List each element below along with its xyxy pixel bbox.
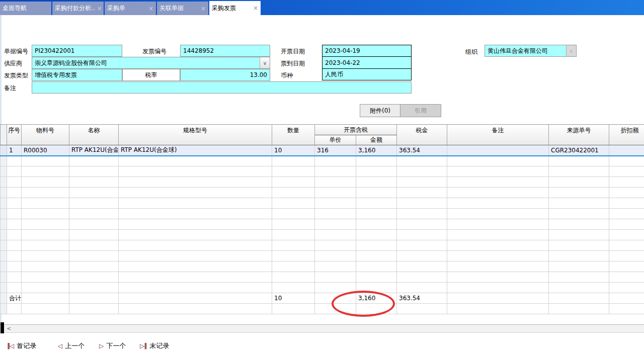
grid-cell[interactable] xyxy=(315,177,356,188)
grid-cell[interactable] xyxy=(22,240,69,251)
grid-cell[interactable] xyxy=(119,166,272,177)
close-icon[interactable]: × xyxy=(199,5,206,12)
grid-cell[interactable] xyxy=(272,166,315,177)
grid-cell[interactable] xyxy=(119,251,272,261)
grid-empty-row[interactable] xyxy=(1,188,644,198)
grid-cell[interactable] xyxy=(447,261,549,272)
col-header-tax[interactable]: 税金 xyxy=(397,125,447,145)
first-record-button[interactable]: ‖◁ 首记录 xyxy=(7,341,36,350)
grid-cell[interactable] xyxy=(315,251,356,261)
horizontal-scrollbar[interactable]: < xyxy=(0,324,644,333)
grid-cell[interactable] xyxy=(272,251,315,261)
grid-cell[interactable] xyxy=(397,166,447,177)
grid-cell[interactable] xyxy=(69,177,119,188)
grid-cell[interactable] xyxy=(609,304,644,314)
grid-cell[interactable] xyxy=(69,240,119,251)
grid-cell[interactable] xyxy=(22,198,69,209)
grid-cell[interactable]: 10 xyxy=(272,145,315,156)
remark-input[interactable] xyxy=(32,81,412,94)
grid-cell[interactable] xyxy=(397,230,447,240)
previous-record-button[interactable]: ◁ 上一个 xyxy=(58,341,85,350)
last-record-button[interactable]: ▷‖ 末记录 xyxy=(140,341,169,350)
grid-cell[interactable]: 1 xyxy=(7,145,22,156)
grid-cell[interactable] xyxy=(69,272,119,283)
grid-cell[interactable] xyxy=(272,156,315,166)
grid-cell[interactable] xyxy=(22,283,69,293)
reference-button[interactable]: 引用 xyxy=(400,104,441,117)
row-selector[interactable] xyxy=(1,145,7,156)
grid-empty-row[interactable] xyxy=(1,251,644,261)
grid-empty-row[interactable] xyxy=(1,166,644,177)
col-header-qty[interactable]: 数量 xyxy=(272,125,315,145)
grid-cell[interactable] xyxy=(7,251,22,261)
grid-cell[interactable] xyxy=(397,156,447,166)
grid-cell[interactable] xyxy=(22,261,69,272)
grid-cell[interactable] xyxy=(22,156,69,166)
grid-cell[interactable] xyxy=(272,240,315,251)
grid-cell[interactable] xyxy=(69,219,119,230)
grid-cell[interactable]: 363.54 xyxy=(397,145,447,156)
col-header-unit-price[interactable]: 单价 xyxy=(315,135,356,145)
grid-cell[interactable] xyxy=(356,209,397,219)
grid-cell[interactable] xyxy=(272,230,315,240)
col-header-discount[interactable]: 折扣额 xyxy=(609,125,644,145)
grid-cell[interactable] xyxy=(549,272,609,283)
grid-cell[interactable]: RTP AK12U(合金球) xyxy=(119,145,272,156)
grid-cell[interactable] xyxy=(447,209,549,219)
grid-cell[interactable]: 3,160 xyxy=(356,145,397,156)
grid-cell[interactable] xyxy=(272,209,315,219)
grid-cell[interactable] xyxy=(7,283,22,293)
grid-cell[interactable] xyxy=(447,272,549,283)
grid-cell[interactable] xyxy=(119,198,272,209)
grid-cell[interactable] xyxy=(397,198,447,209)
grid-cell[interactable] xyxy=(119,304,272,314)
tab-purchase-order[interactable]: 采购单 × xyxy=(105,2,156,15)
grid-cell[interactable] xyxy=(315,156,356,166)
grid-cell[interactable] xyxy=(397,283,447,293)
grid-cell[interactable] xyxy=(549,209,609,219)
invoice-type-input[interactable] xyxy=(32,69,122,81)
invoice-date-input[interactable] xyxy=(322,45,412,57)
grid-cell[interactable] xyxy=(22,209,69,219)
grid-cell[interactable] xyxy=(69,230,119,240)
grid-cell[interactable] xyxy=(609,261,644,272)
invoice-no-input[interactable] xyxy=(180,45,270,57)
col-header-remark[interactable]: 备注 xyxy=(447,125,549,145)
grid-cell[interactable] xyxy=(272,304,315,314)
grid-empty-row[interactable] xyxy=(1,209,644,219)
grid-cell[interactable] xyxy=(549,261,609,272)
grid-cell[interactable] xyxy=(356,198,397,209)
grid-cell[interactable] xyxy=(315,209,356,219)
grid-cell[interactable] xyxy=(609,198,644,209)
grid-cell[interactable] xyxy=(315,272,356,283)
tax-rate-input[interactable] xyxy=(180,69,270,81)
grid-cell[interactable] xyxy=(397,188,447,198)
grid-cell[interactable] xyxy=(272,188,315,198)
col-header-spec[interactable]: 规格型号 xyxy=(119,125,272,145)
grid-cell[interactable] xyxy=(447,251,549,261)
grid-cell[interactable] xyxy=(272,198,315,209)
grid-cell[interactable] xyxy=(397,177,447,188)
grid-cell[interactable] xyxy=(69,188,119,198)
grid-cell[interactable] xyxy=(356,240,397,251)
grid-cell[interactable] xyxy=(7,219,22,230)
grid-cell[interactable] xyxy=(356,230,397,240)
grid-cell[interactable] xyxy=(69,283,119,293)
grid-cell[interactable] xyxy=(272,272,315,283)
next-record-button[interactable]: ▷ 下一个 xyxy=(99,341,126,350)
grid-cell[interactable]: RTP AK12U(合金球 xyxy=(69,145,119,156)
grid-empty-row[interactable] xyxy=(1,230,644,240)
grid-cell[interactable] xyxy=(549,283,609,293)
grid-cell[interactable] xyxy=(119,219,272,230)
grid-cell[interactable] xyxy=(356,261,397,272)
grid-cell[interactable] xyxy=(7,240,22,251)
grid-cell[interactable] xyxy=(315,230,356,240)
grid-cell[interactable]: CGR230422001 xyxy=(549,145,609,156)
grid-cell[interactable] xyxy=(549,304,609,314)
grid-empty-row[interactable] xyxy=(1,261,644,272)
grid-cell[interactable] xyxy=(69,198,119,209)
grid-empty-row[interactable] xyxy=(1,283,644,293)
grid-cell[interactable] xyxy=(69,166,119,177)
grid-empty-row[interactable] xyxy=(1,240,644,251)
grid-cell[interactable] xyxy=(397,261,447,272)
